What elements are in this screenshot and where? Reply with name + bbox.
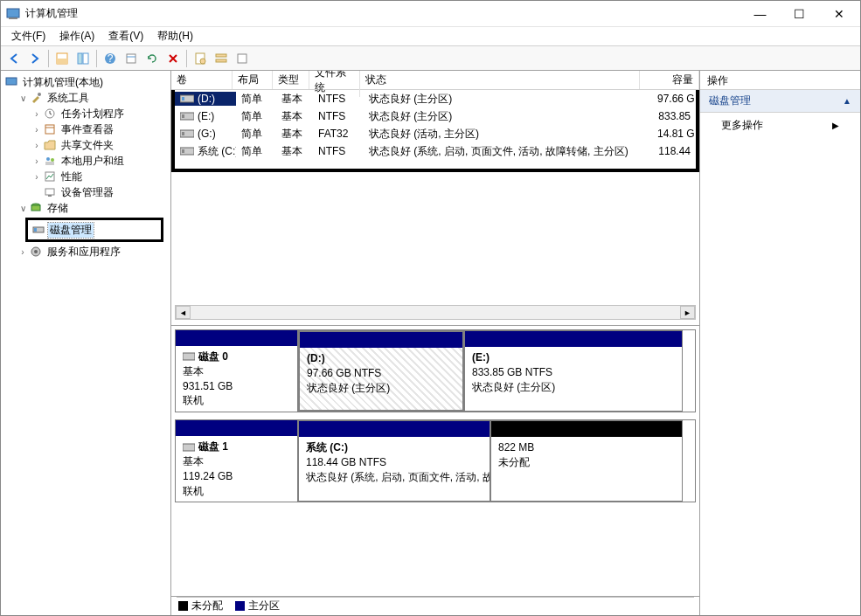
- partition-name: (D:): [307, 351, 455, 366]
- disk-mgr-icon: [31, 223, 45, 237]
- refresh-icon[interactable]: [142, 49, 162, 68]
- horizontal-scrollbar[interactable]: ◄ ►: [175, 305, 696, 320]
- svg-rect-35: [182, 114, 184, 118]
- volume-fs: FAT32: [313, 127, 364, 141]
- chevron-up-icon: ▲: [843, 96, 851, 106]
- scroll-track[interactable]: [191, 306, 680, 319]
- more-icon[interactable]: [233, 49, 252, 68]
- collapse-icon[interactable]: ∨: [17, 204, 29, 213]
- svg-rect-39: [182, 149, 184, 153]
- menu-file[interactable]: 文件(F): [4, 27, 52, 45]
- expand-icon[interactable]: ›: [31, 172, 43, 182]
- partition-header: [491, 421, 682, 437]
- col-capacity[interactable]: 容量: [656, 71, 699, 89]
- volume-type: 基本: [276, 126, 313, 142]
- navigation-tree[interactable]: 计算机管理(本地) ∨ 系统工具 › 任务计划程序 › 事件查看器 › 共享文件…: [1, 71, 171, 615]
- col-filesystem[interactable]: 文件系统: [309, 71, 360, 97]
- disk-kind: 基本: [183, 364, 290, 379]
- help-icon[interactable]: ?: [101, 49, 120, 68]
- tree-task-scheduler[interactable]: › 任务计划程序: [1, 106, 170, 121]
- tree-device-manager[interactable]: 设备管理器: [1, 184, 170, 200]
- menubar: 文件(F) 操作(A) 查看(V) 帮助(H): [1, 27, 860, 46]
- tree-root[interactable]: 计算机管理(本地): [1, 74, 170, 90]
- window-titlebar: 计算机管理 — ☐ ✕: [1, 1, 860, 27]
- disk-info[interactable]: 磁盘 0基本931.51 GB联机: [176, 330, 298, 412]
- partition-status: 状态良好 (主分区): [472, 380, 675, 395]
- list-icon[interactable]: [212, 49, 231, 68]
- disk-name: 磁盘 1: [183, 440, 290, 454]
- volume-row[interactable]: (D:)简单基本NTFS状态良好 (主分区)97.66 G: [175, 90, 696, 107]
- delete-icon[interactable]: [163, 49, 183, 68]
- expand-icon[interactable]: ›: [17, 247, 29, 257]
- performance-icon: [43, 170, 57, 183]
- expand-icon[interactable]: ›: [31, 156, 43, 166]
- partition[interactable]: 系统 (C:)118.44 GB NTFS状态良好 (系统, 启动, 页面文件,…: [298, 420, 490, 502]
- volume-name: 系统 (C:): [198, 144, 236, 159]
- maximize-button[interactable]: ☐: [780, 1, 819, 26]
- volume-row[interactable]: (E:)简单基本NTFS状态良好 (主分区)833.85: [175, 107, 696, 125]
- volume-list-header[interactable]: 卷 布局 类型 文件系统 状态 容量: [171, 71, 699, 90]
- scroll-right-icon[interactable]: ►: [680, 306, 695, 319]
- properties-icon[interactable]: [191, 49, 210, 68]
- tree-event-viewer[interactable]: › 事件查看器: [1, 121, 170, 137]
- partition[interactable]: 822 MB未分配: [490, 420, 683, 502]
- partition[interactable]: (E:)833.85 GB NTFS状态良好 (主分区): [464, 330, 683, 412]
- actions-more[interactable]: 更多操作 ▶: [700, 113, 860, 138]
- tree-performance[interactable]: › 性能: [1, 169, 170, 184]
- col-type[interactable]: 类型: [273, 71, 309, 89]
- actions-section[interactable]: 磁盘管理 ▲: [700, 90, 860, 113]
- volume-type: 基本: [276, 91, 313, 107]
- disk-info[interactable]: 磁盘 1基本119.24 GB联机: [176, 420, 298, 502]
- menu-action[interactable]: 操作(A): [52, 27, 101, 45]
- expand-icon[interactable]: ›: [31, 141, 43, 150]
- disk-block[interactable]: 磁盘 0基本931.51 GB联机(D:)97.66 GB NTFS状态良好 (…: [175, 329, 696, 412]
- expand-icon[interactable]: ›: [31, 109, 43, 119]
- volume-icon: [180, 111, 194, 121]
- tree-storage[interactable]: ∨ 存储: [1, 200, 170, 216]
- tree-local-users[interactable]: › 本地用户和组: [1, 153, 170, 169]
- volume-row[interactable]: (G:)简单基本FAT32状态良好 (活动, 主分区)14.81 G: [175, 125, 696, 142]
- svg-rect-29: [34, 228, 37, 232]
- svg-rect-41: [183, 444, 195, 451]
- svg-rect-1: [9, 17, 17, 19]
- svg-point-21: [51, 158, 54, 162]
- settings-icon[interactable]: [122, 49, 141, 68]
- menu-view[interactable]: 查看(V): [101, 27, 150, 45]
- tree-system-tools[interactable]: ∨ 系统工具: [1, 90, 170, 106]
- collapse-icon[interactable]: ∨: [17, 93, 29, 103]
- volume-list[interactable]: 卷 布局 类型 文件系统 状态 容量 (D:)简单基本NTFS状态良好 (主分区…: [171, 71, 699, 325]
- partition-status: 状态良好 (系统, 启动, 页面文件, 活动, 故: [306, 470, 483, 485]
- swatch-navy: [235, 601, 245, 611]
- svg-rect-0: [7, 9, 19, 17]
- layout-1-icon[interactable]: [52, 49, 72, 68]
- close-button[interactable]: ✕: [819, 1, 858, 26]
- disk-graphical-view[interactable]: 磁盘 0基本931.51 GB联机(D:)97.66 GB NTFS状态良好 (…: [171, 325, 699, 596]
- tree-disk-management[interactable]: 磁盘管理: [31, 222, 157, 238]
- volume-icon: [180, 128, 194, 139]
- volume-row[interactable]: 系统 (C:)简单基本NTFS状态良好 (系统, 启动, 页面文件, 活动, 故…: [175, 142, 696, 160]
- minimize-button[interactable]: —: [740, 1, 780, 26]
- menu-help[interactable]: 帮助(H): [150, 27, 200, 45]
- partition-header: [300, 332, 462, 348]
- tree-shared-folders[interactable]: › 共享文件夹: [1, 137, 170, 153]
- partition[interactable]: (D:)97.66 GB NTFS状态良好 (主分区): [298, 330, 464, 412]
- forward-button[interactable]: [25, 49, 45, 68]
- actions-pane: 操作 磁盘管理 ▲ 更多操作 ▶: [700, 71, 860, 615]
- col-volume[interactable]: 卷: [171, 71, 233, 89]
- layout-2-icon[interactable]: [73, 49, 93, 68]
- tree-services-apps[interactable]: › 服务和应用程序: [1, 244, 170, 260]
- col-layout[interactable]: 布局: [233, 71, 273, 89]
- volume-status: 状态良好 (主分区): [364, 91, 643, 107]
- expand-icon[interactable]: ›: [31, 125, 43, 135]
- disk-block[interactable]: 磁盘 1基本119.24 GB联机系统 (C:)118.44 GB NTFS状态…: [175, 419, 696, 502]
- svg-rect-27: [31, 205, 40, 211]
- back-button[interactable]: [4, 49, 24, 68]
- col-status[interactable]: 状态: [360, 71, 640, 89]
- volume-layout: 简单: [236, 91, 276, 107]
- volume-capacity: 97.66 G: [652, 92, 696, 106]
- volume-layout: 简单: [236, 126, 276, 142]
- partition-size: 822 MB: [498, 440, 675, 455]
- volume-name: (G:): [198, 128, 216, 140]
- scroll-left-icon[interactable]: ◄: [176, 306, 191, 319]
- computer-icon: [4, 75, 18, 89]
